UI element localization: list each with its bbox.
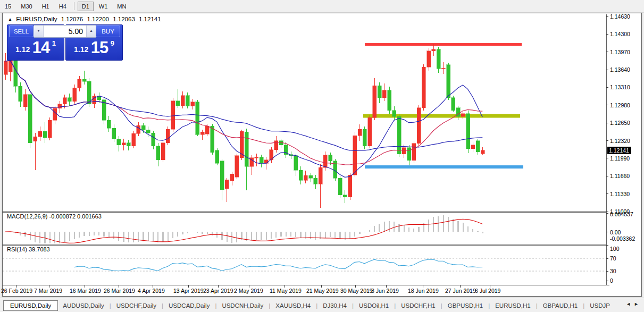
current-price-tag: 1.12141 <box>607 147 631 154</box>
chart-tab-dj30-h4[interactable]: DJ30,H4 <box>318 301 352 310</box>
buy-button[interactable]: BUY <box>96 26 120 37</box>
timeframe-button-mn[interactable]: MN <box>113 2 130 11</box>
date-axis-label: 8 Jun 2019 <box>371 288 399 294</box>
date-axis-label: 30 May 2019 <box>340 288 373 294</box>
price-axis-tick: 1.12980 <box>610 102 630 108</box>
ohlc-low: 1.12063 <box>113 16 135 22</box>
tab-scroll-right-icon[interactable]: ► <box>634 301 642 307</box>
price-axis-tick: 1.14300 <box>610 31 630 37</box>
ohlc-close: 1.12141 <box>139 16 161 22</box>
price-axis-tick: 1.13310 <box>610 84 630 90</box>
chart-tab-audusd-daily[interactable]: AUDUSD,Daily <box>58 301 108 310</box>
date-axis-label: 7 Mar 2019 <box>34 288 62 294</box>
bid-pipette: 1 <box>52 39 56 47</box>
rsi-axis-tick: 100 <box>610 246 620 252</box>
toolbar-separator <box>74 2 74 10</box>
chart-tab-usdjp[interactable]: USDJP <box>585 301 615 310</box>
ohlc-open: 1.12076 <box>61 16 83 22</box>
chart-tab-bar: EURUSD,DailyAUDUSD,Daily|USDCHF,Daily|US… <box>0 298 644 312</box>
price-axis-tick: 1.12650 <box>610 120 630 126</box>
chart-tab-usdchf-daily[interactable]: USDCHF,Daily <box>112 301 161 310</box>
date-axis-label: 26 Mar 2019 <box>104 288 135 294</box>
chart-tab-usdcnh-daily[interactable]: USDCNH,Daily <box>217 301 268 310</box>
one-click-trading-panel: 1.12 14 1 1.12 15 9 SELL BUY ▼ ▲ <box>5 24 123 60</box>
mt4-window: 15M30H1H4D1W1MN ▲ EURUSD,Daily 1.12076 1… <box>0 0 644 312</box>
chart-tab-gbpusd-h1[interactable]: GBPUSD,H1 <box>443 301 488 310</box>
macd-name: MACD(12,26,9) <box>7 213 47 220</box>
timeframe-toolbar: 15M30H1H4D1W1MN <box>0 0 644 13</box>
price-axis-tick: 1.13640 <box>610 66 630 73</box>
macd-main-value: -0.000872 <box>49 213 76 220</box>
price-axis-tick: 1.13970 <box>610 49 630 55</box>
timeframe-button-w1[interactable]: W1 <box>95 2 112 11</box>
volume-spinner: ▼ ▲ <box>34 25 96 38</box>
ask-quote: 1.12 15 9 <box>66 38 122 57</box>
rsi-name: RSI(14) <box>7 246 27 252</box>
bid-prefix: 1.12 <box>15 45 30 54</box>
volume-increase-icon[interactable]: ▲ <box>86 26 96 37</box>
ask-big-digits: 15 <box>91 38 108 57</box>
volume-decrease-icon[interactable]: ▼ <box>34 26 44 37</box>
symbol-arrow-icon[interactable]: ▲ <box>8 17 12 22</box>
price-axis-tick: 1.11330 <box>610 191 630 197</box>
macd-label: MACD(12,26,9) -0.000872 0.001663 <box>7 213 102 220</box>
date-axis-label: 13 Apr 2019 <box>173 288 204 294</box>
chart-tab-eurusd-h1[interactable]: EURUSD,H1 <box>490 301 535 310</box>
ask-prefix: 1.12 <box>74 45 88 54</box>
date-axis-label: 2 May 2019 <box>234 288 263 294</box>
rsi-label: RSI(14) 39.7083 <box>7 246 50 252</box>
timeframe-button-d1[interactable]: D1 <box>78 2 94 11</box>
tab-scroll-arrows[interactable]: ◄► <box>626 301 642 307</box>
macd-axis-tick: -0.003362 <box>610 235 635 242</box>
chart-tab-gbpaud-h1[interactable]: GBPAUD,H1 <box>538 301 583 310</box>
timeframe-button-h1[interactable]: H1 <box>38 2 54 11</box>
chart-tab-usdchf-h1[interactable]: USDCHF,H1 <box>396 301 440 310</box>
level-line-support[interactable] <box>365 165 523 168</box>
sell-button[interactable]: SELL <box>9 26 34 37</box>
price-axis-tick: 1.11990 <box>610 155 630 162</box>
level-line-resistance[interactable] <box>365 43 522 46</box>
bid-big-digits: 14 <box>32 38 49 57</box>
level-line-mid[interactable] <box>363 114 520 118</box>
timeframe-button-h4[interactable]: H4 <box>55 2 71 11</box>
bid-quote: 1.12 14 1 <box>7 38 64 57</box>
date-axis-label: 26 Feb 2019 <box>1 288 32 294</box>
price-axis-tick: 1.11660 <box>610 173 630 179</box>
date-axis-label: 16 Mar 2019 <box>70 288 101 294</box>
chart-symbol: EURUSD,Daily <box>16 16 57 22</box>
date-axis-label: 18 Jun 2019 <box>408 288 439 294</box>
rsi-axis-tick: 70 <box>610 255 616 262</box>
chart-tab-xauusd-h4[interactable]: XAUUSD,H4 <box>271 301 315 310</box>
ohlc-high: 1.12200 <box>87 16 109 22</box>
macd-signal-value: 0.001663 <box>77 213 102 220</box>
volume-input[interactable] <box>44 26 86 37</box>
rsi-value: 39.7083 <box>29 246 50 252</box>
chart-title: ▲ EURUSD,Daily 1.12076 1.12200 1.12063 1… <box>8 16 163 22</box>
price-axis-tick: 1.12320 <box>610 138 630 144</box>
macd-axis-tick: 0.004537 <box>610 211 633 217</box>
rsi-axis-tick: 0 <box>610 277 613 284</box>
rsi-axis-tick: 30 <box>610 268 616 274</box>
chart-tab-eurusd-daily[interactable]: EURUSD,Daily <box>3 300 58 311</box>
ask-pipette: 9 <box>111 39 114 47</box>
date-axis-label: 6 Jul 2019 <box>475 288 500 294</box>
timeframe-button-15[interactable]: 15 <box>1 2 15 11</box>
date-axis-label: 21 May 2019 <box>306 288 339 294</box>
tab-scroll-left-icon[interactable]: ◄ <box>626 301 634 307</box>
date-axis-label: 23 Apr 2019 <box>203 288 233 294</box>
price-axis-tick: 1.14630 <box>610 13 630 20</box>
date-axis-label: 4 Apr 2019 <box>138 288 165 294</box>
timeframe-button-m30[interactable]: M30 <box>16 2 36 11</box>
macd-axis-tick: 0.00 <box>610 229 621 235</box>
chart-tab-usdcad-daily[interactable]: USDCAD,Daily <box>164 301 214 310</box>
chart-tab-usdoil-h1[interactable]: USDOil,H1 <box>354 301 394 310</box>
date-axis-label: 11 May 2019 <box>270 288 302 294</box>
date-axis-label: 27 Jun 2019 <box>445 288 476 294</box>
